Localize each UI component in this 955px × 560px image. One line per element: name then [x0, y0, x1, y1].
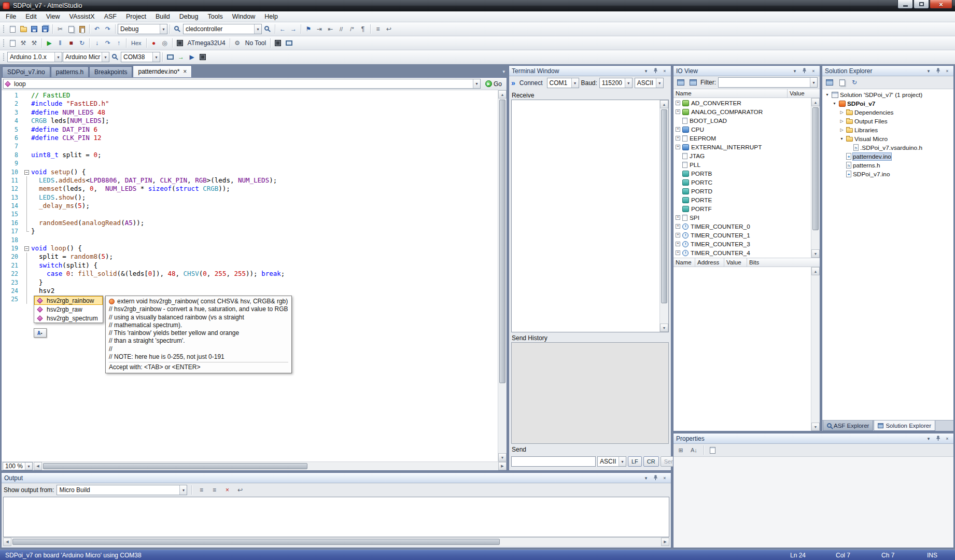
pin-icon[interactable]	[800, 67, 808, 75]
scroll-left-icon[interactable]: ◀	[34, 462, 42, 470]
expand-icon[interactable]: +	[676, 224, 680, 229]
tab-breakpoints[interactable]: Breakpoints	[89, 66, 132, 77]
io-module-row[interactable]: JTAG	[673, 151, 811, 160]
code-line-19[interactable]: 19−void loop() {	[2, 244, 498, 253]
io-column-header[interactable]: Name Value	[673, 89, 820, 98]
new-file-icon[interactable]	[7, 24, 18, 34]
board-list-icon[interactable]	[110, 52, 120, 62]
scroll-up-icon[interactable]: ▲	[660, 100, 668, 108]
tab-overflow-icon[interactable]: ▾	[502, 69, 505, 74]
code-line-8[interactable]: 8uint8_t split = 0;	[2, 151, 498, 159]
redo-icon[interactable]: ↷	[103, 24, 113, 34]
code-line-16[interactable]: 16 randomSeed(analogRead(A5));	[2, 219, 498, 227]
io-module-row[interactable]: PORTC	[673, 178, 811, 187]
expander-icon[interactable]: ▷	[839, 110, 845, 115]
code-line-21[interactable]: 21 switch(split) {	[2, 261, 498, 270]
solution-tree-item[interactable]: .SDPoi_v7.vsarduino.h	[822, 143, 953, 152]
expand-icon[interactable]: +	[676, 250, 680, 255]
maximize-button[interactable]	[914, 0, 929, 9]
menu-item-edit[interactable]: Edit	[21, 11, 41, 22]
step-over-icon[interactable]: ↷	[103, 38, 113, 48]
completion-item[interactable]: hsv2rgb_spectrum	[34, 314, 103, 323]
chevron-down-icon[interactable]: ▾	[254, 24, 261, 34]
editor-vertical-scrollbar[interactable]: ▲ ▼	[498, 90, 507, 461]
expand-icon[interactable]: +	[676, 127, 680, 132]
io-module-row[interactable]: +EXTERNAL_INTERRUPT	[673, 143, 811, 151]
upload-icon[interactable]: →	[176, 52, 186, 62]
receive-area[interactable]: ▲ ▼	[511, 100, 669, 332]
code-line-23[interactable]: 23 }	[2, 278, 498, 287]
property-pages-icon[interactable]	[708, 445, 718, 455]
device-button[interactable]: ATmega32U4	[186, 39, 228, 47]
io-module-row[interactable]: +SPI	[673, 213, 811, 222]
io-module-row[interactable]: +TIMER_COUNTER_3	[673, 240, 811, 248]
solution-tree-item[interactable]: ▾SDPoi_v7	[822, 99, 953, 108]
burn-bootloader-icon[interactable]	[198, 52, 208, 62]
solution-explorer-title-bar[interactable]: Solution Explorer ▾ ×	[822, 66, 953, 76]
register-grid-scrollbar[interactable]: ▲ ▼	[811, 267, 820, 431]
io-module-row[interactable]: +EEPROM	[673, 134, 811, 143]
minimize-button[interactable]	[897, 0, 913, 9]
hex-toggle-button[interactable]: Hex	[129, 38, 144, 48]
expand-icon[interactable]: +	[676, 109, 680, 114]
receive-scrollbar[interactable]: ▲ ▼	[659, 100, 668, 332]
filter-combo[interactable]: ▾	[718, 77, 818, 88]
expander-icon[interactable]: ▾	[832, 101, 837, 106]
chevron-down-icon[interactable]: ▾	[571, 78, 579, 88]
scroll-down-icon[interactable]: ▼	[660, 324, 668, 332]
fold-collapse-icon[interactable]: −	[24, 170, 29, 175]
scroll-left-icon[interactable]: ◀	[3, 538, 11, 546]
copy-icon[interactable]	[66, 24, 76, 34]
close-icon[interactable]: ×	[810, 67, 817, 75]
pin-icon[interactable]	[934, 435, 942, 442]
code-line-2[interactable]: 2#include "FastLED.h"	[2, 100, 498, 108]
code-line-13[interactable]: 13 LEDS.show();	[2, 193, 498, 202]
goto-next-message-icon[interactable]: ≡	[209, 485, 219, 495]
code-line-3[interactable]: 3#define NUM_LEDS 48	[2, 108, 498, 117]
window-position-icon[interactable]: ▾	[642, 474, 650, 482]
pin-icon[interactable]	[652, 474, 659, 482]
completion-item[interactable]: hsv2rgb_raw	[34, 305, 103, 314]
terminal-port-combo[interactable]: COM1 ▾	[547, 78, 579, 88]
solution-tree-item[interactable]: ▷Libraries	[822, 125, 953, 134]
menu-item-asf[interactable]: ASF	[100, 11, 121, 22]
expander-icon[interactable]: ▾	[824, 92, 830, 97]
solution-tree-item[interactable]: patterndev.ino	[822, 152, 953, 161]
menu-item-vassistx[interactable]: VAssistX	[65, 11, 100, 22]
bookmark-icon[interactable]: ⚑	[303, 24, 314, 34]
menu-item-help[interactable]: Help	[260, 11, 283, 22]
io-module-row[interactable]: +ANALOG_COMPARATOR	[673, 107, 811, 116]
output-content[interactable]	[3, 497, 669, 537]
menu-item-debug[interactable]: Debug	[175, 11, 203, 22]
output-horizontal-scrollbar[interactable]: ◀ ▶	[3, 537, 669, 546]
io-display-icon[interactable]	[676, 77, 686, 88]
code-line-15[interactable]: 15	[2, 210, 498, 218]
find-icon[interactable]	[172, 24, 182, 34]
add-item-icon[interactable]	[7, 38, 18, 48]
scrollbar-thumb[interactable]	[812, 107, 819, 230]
build-solution-icon[interactable]: ⚒	[29, 38, 39, 48]
toolbar-grip[interactable]	[3, 53, 5, 62]
solution-tree-item[interactable]: SDPoi_v7.ino	[822, 170, 953, 178]
close-button[interactable]: ×	[930, 0, 952, 9]
io-module-row[interactable]: PLL	[673, 160, 811, 169]
scroll-down-icon[interactable]: ▼	[811, 249, 820, 258]
chevron-down-icon[interactable]: ▾	[473, 79, 480, 88]
expander-icon[interactable]: ▾	[839, 136, 845, 141]
device-programming-icon[interactable]	[273, 38, 283, 48]
step-out-icon[interactable]: ↑	[114, 38, 124, 48]
indent-icon[interactable]: ⇥	[314, 24, 325, 34]
code-line-7[interactable]: 7	[2, 142, 498, 150]
expand-icon[interactable]: +	[676, 145, 680, 149]
navigate-backward-icon[interactable]: ←	[277, 24, 288, 34]
output-source-combo[interactable]: Micro Build ▾	[57, 485, 187, 495]
io-module-row[interactable]: +CPU	[673, 125, 811, 134]
expander-icon[interactable]: ▷	[839, 119, 845, 123]
debug-tool-button[interactable]: No Tool	[243, 39, 268, 47]
tab-close-icon[interactable]: ×	[183, 68, 187, 75]
menu-item-file[interactable]: File	[1, 11, 21, 22]
fold-collapse-icon[interactable]: −	[24, 246, 29, 251]
send-input[interactable]	[511, 456, 596, 467]
toolbar-grip[interactable]	[3, 39, 5, 48]
scroll-up-icon[interactable]: ▲	[498, 90, 507, 99]
